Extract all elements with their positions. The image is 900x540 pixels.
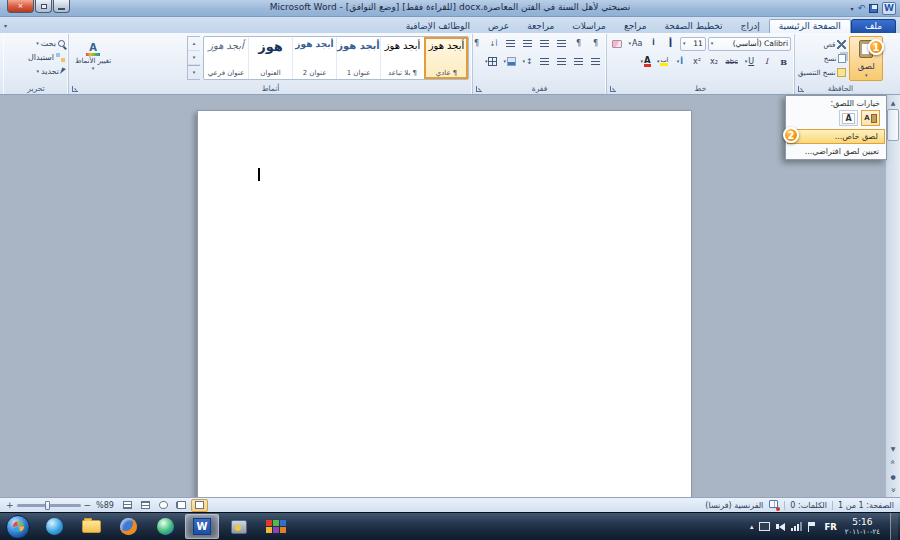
highlight-button[interactable]: اب▾ (655, 54, 670, 69)
tab-home[interactable]: الصفحة الرئيسية (769, 19, 851, 33)
clipboard-dialog-launcher[interactable] (798, 86, 804, 92)
scroll-thumb[interactable] (887, 109, 899, 141)
font-dialog-launcher[interactable] (610, 86, 616, 92)
font-color-button[interactable]: A▾ (638, 54, 653, 69)
justify-button[interactable] (537, 54, 552, 69)
scroll-up-button[interactable]: ▲ (886, 95, 900, 109)
paragraph-dialog-launcher[interactable] (476, 86, 482, 92)
superscript-button[interactable]: x² (689, 54, 704, 69)
zoom-track[interactable] (17, 504, 81, 507)
start-button[interactable] (6, 515, 30, 539)
sort-button[interactable]: أ↓ (486, 36, 501, 51)
clear-formatting-button[interactable] (610, 36, 625, 51)
style-title[interactable]: هوز العنوان (248, 37, 292, 79)
text-effects-button[interactable]: أ▾ (672, 54, 687, 69)
restore-button[interactable] (35, 0, 52, 13)
text-direction-rtl-button[interactable]: ¶ (588, 36, 603, 51)
save-button[interactable] (869, 4, 878, 13)
font-name-select[interactable]: Calibri (أساسي)▾ (708, 37, 791, 51)
align-center-button[interactable] (571, 54, 586, 69)
tray-expand-icon[interactable]: ▴ (750, 523, 754, 531)
replace-button[interactable]: استبدال (7, 51, 65, 64)
view-draft-button[interactable] (119, 499, 136, 512)
tray-network-icon[interactable] (791, 522, 802, 531)
zoom-in-button[interactable]: + (6, 501, 14, 510)
taskbar-keys-button[interactable] (222, 514, 256, 539)
taskbar-word-button[interactable]: W (185, 514, 219, 539)
taskbar-browser-button[interactable] (37, 514, 71, 539)
gallery-up-arrow[interactable]: ▴ (188, 37, 200, 51)
paste-text-only-option[interactable]: A (839, 110, 858, 126)
tab-review[interactable]: مراجعة (518, 20, 563, 33)
minimize-ribbon-caret[interactable]: ▾ (4, 22, 7, 29)
minimize-button[interactable] (53, 0, 70, 13)
undo-icon[interactable]: ↶ (857, 4, 865, 13)
tab-view[interactable]: عرض (479, 20, 518, 33)
view-print-layout-button[interactable] (191, 499, 208, 512)
document-page[interactable] (197, 110, 692, 497)
align-left-button[interactable] (554, 54, 569, 69)
zoom-level[interactable]: %89 (96, 501, 114, 510)
taskbar-grid-button[interactable] (259, 514, 293, 539)
font-size-select[interactable]: 11▾ (680, 37, 706, 51)
find-button[interactable]: بحث▾ (7, 37, 65, 50)
zoom-slider[interactable]: + − (6, 501, 91, 510)
page-indicator[interactable]: الصفحة: 1 من 1 (838, 501, 894, 510)
tray-action-center-icon[interactable] (808, 522, 816, 532)
line-spacing-button[interactable]: ↕▾ (520, 54, 535, 69)
view-outline-button[interactable] (137, 499, 154, 512)
shading-button[interactable]: ▾ (501, 54, 518, 69)
underline-button[interactable]: U▾ (742, 54, 757, 69)
taskbar-clock[interactable]: 5:16 ٢٤-١٠-٢٠١١ (845, 517, 880, 535)
proofing-status-icon[interactable] (768, 500, 779, 510)
set-default-paste-item[interactable]: تعيين لصق افتراضي... (787, 144, 885, 159)
view-fullscreen-button[interactable] (173, 499, 190, 512)
gallery-more-arrow[interactable]: ▾ (188, 65, 200, 79)
tab-insert[interactable]: إدراج (732, 20, 769, 33)
taskbar-firefox-button[interactable] (111, 514, 145, 539)
decrease-indent-button[interactable] (520, 36, 535, 51)
paste-keep-source-option[interactable]: A (861, 110, 880, 126)
tab-page-layout[interactable]: تخطيط الصفحة (656, 20, 732, 33)
tab-addins[interactable]: الوظائف الإضافية (397, 20, 479, 33)
qat-customize-caret[interactable]: ▾ (850, 5, 853, 12)
zoom-out-button[interactable]: − (84, 501, 92, 510)
paste-special-item[interactable]: لصق خاص... 2 (787, 129, 885, 144)
view-web-layout-button[interactable] (155, 499, 172, 512)
change-styles-button[interactable]: A تغيير الأنماط ▾ (72, 44, 114, 71)
tray-volume-icon[interactable] (776, 523, 785, 531)
scroll-down-button[interactable]: ▼ (886, 441, 900, 455)
language-button[interactable]: FR (822, 522, 838, 532)
format-painter-button[interactable]: نسخ التنسيق (798, 66, 846, 79)
zoom-thumb[interactable] (45, 501, 50, 510)
align-right-button[interactable] (588, 54, 603, 69)
scroll-track[interactable] (886, 141, 900, 441)
style-no-spacing[interactable]: أبجد هوز ¶ بلا تباعد (380, 37, 424, 79)
italic-button[interactable]: I (759, 54, 774, 69)
bullets-button[interactable] (554, 36, 569, 51)
cut-button[interactable]: قص (798, 38, 846, 51)
style-heading1[interactable]: أبجد هوز عنوان 1 (336, 37, 380, 79)
style-heading2[interactable]: أبجد هوز عنوان 2 (292, 37, 336, 79)
shrink-font-button[interactable]: أ (646, 36, 661, 51)
text-direction-ltr-button[interactable]: ¶ (571, 36, 586, 51)
next-page-button[interactable]: « (886, 483, 900, 497)
tab-mailings[interactable]: مراسلات (563, 20, 615, 33)
tab-file[interactable]: ملف (851, 19, 896, 33)
subscript-button[interactable]: x₂ (706, 54, 721, 69)
show-desktop-button[interactable] (890, 513, 898, 540)
style-subtitle[interactable]: أبجد هوز عنوان فرعي (204, 37, 248, 79)
tray-display-icon[interactable] (759, 522, 770, 531)
copy-button[interactable]: نسخ (798, 52, 846, 65)
word-count[interactable]: الكلمات: 0 (790, 501, 827, 510)
strikethrough-button[interactable]: abc (723, 54, 740, 69)
styles-dialog-launcher[interactable] (72, 86, 78, 92)
gallery-down-arrow[interactable]: ▾ (188, 51, 200, 65)
grow-font-button[interactable]: أ (663, 36, 678, 51)
word-logo[interactable]: W (882, 2, 896, 15)
increase-indent-button[interactable] (503, 36, 518, 51)
bold-button[interactable]: B (776, 54, 791, 69)
tab-references[interactable]: مراجع (615, 20, 656, 33)
numbering-button[interactable] (537, 36, 552, 51)
select-button[interactable]: تحديد▾ (7, 65, 65, 78)
